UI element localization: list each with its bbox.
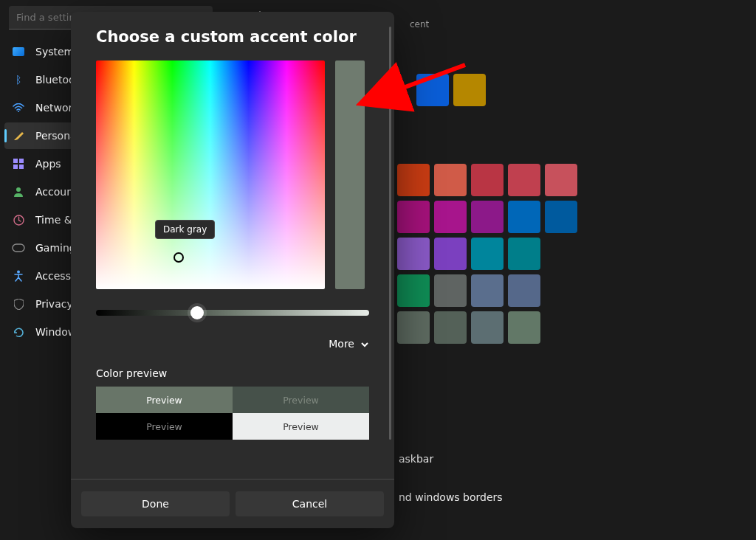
- more-label: More: [329, 338, 354, 350]
- color-swatch[interactable]: [397, 274, 430, 307]
- nav-label: System: [35, 46, 74, 58]
- preview-dark-on-accent[interactable]: Preview: [233, 387, 369, 413]
- color-swatch[interactable]: [434, 201, 467, 233]
- accent-color-grid: [397, 164, 614, 344]
- color-swatch[interactable]: [434, 238, 467, 270]
- color-preview-label: Color preview: [96, 367, 369, 379]
- color-swatch[interactable]: [471, 238, 504, 270]
- preview-accent-on-black[interactable]: Preview: [96, 413, 233, 440]
- gamepad-icon: [12, 241, 25, 255]
- preview-light-on-accent[interactable]: Preview: [96, 387, 233, 413]
- nav-label: Gaming: [35, 242, 76, 254]
- recent-colors-row: [416, 74, 738, 106]
- color-swatch[interactable]: [397, 238, 430, 270]
- color-swatch[interactable]: [397, 164, 430, 196]
- wifi-icon: [12, 101, 25, 114]
- paintbrush-icon: [12, 129, 25, 142]
- more-toggle[interactable]: More: [96, 338, 369, 350]
- svg-rect-4: [19, 165, 24, 169]
- color-picker-modal: Choose a custom accent color Dark gray M…: [71, 12, 394, 528]
- borders-row-trail: nd windows borders: [399, 491, 503, 503]
- shield-icon: [12, 297, 25, 311]
- svg-point-5: [16, 187, 21, 192]
- color-swatch[interactable]: [471, 201, 504, 233]
- color-swatch[interactable]: [471, 164, 504, 196]
- color-swatch[interactable]: [508, 201, 540, 233]
- picker-cursor[interactable]: [173, 252, 184, 263]
- modal-title: Choose a custom accent color: [96, 28, 369, 46]
- color-swatch[interactable]: [397, 201, 430, 233]
- color-swatch[interactable]: [545, 164, 577, 196]
- cancel-button[interactable]: Cancel: [236, 491, 384, 516]
- recent-swatch[interactable]: [453, 74, 486, 106]
- svg-rect-3: [13, 165, 18, 169]
- svg-point-8: [17, 271, 20, 274]
- color-swatch[interactable]: [471, 311, 504, 344]
- done-button[interactable]: Done: [81, 491, 230, 516]
- color-swatch[interactable]: [434, 311, 467, 344]
- color-swatch[interactable]: [434, 274, 467, 307]
- color-swatch[interactable]: [508, 238, 540, 270]
- recent-swatch[interactable]: [416, 74, 449, 106]
- accent-subtext: cent: [410, 19, 429, 30]
- svg-rect-1: [13, 159, 18, 163]
- color-preview-grid: Preview Preview Preview Preview: [96, 387, 369, 440]
- monitor-icon: [12, 45, 25, 58]
- color-swatch[interactable]: [397, 311, 430, 344]
- color-swatch[interactable]: [508, 274, 540, 307]
- color-swatch[interactable]: [545, 201, 577, 233]
- color-swatch[interactable]: [508, 311, 540, 344]
- apps-icon: [12, 157, 25, 170]
- current-color-strip: [335, 60, 365, 289]
- value-slider[interactable]: [96, 310, 369, 316]
- accessibility-icon: [12, 269, 25, 283]
- bluetooth-icon: ᛒ: [12, 73, 25, 86]
- nav-label: Apps: [35, 158, 61, 170]
- person-icon: [12, 185, 25, 198]
- hue-sat-picker[interactable]: Dark gray: [96, 60, 325, 289]
- update-icon: [12, 325, 25, 339]
- svg-rect-2: [19, 159, 24, 163]
- slider-thumb[interactable]: [190, 306, 204, 319]
- modal-footer: Done Cancel: [71, 479, 394, 528]
- preview-accent-on-white[interactable]: Preview: [233, 413, 369, 440]
- color-swatch[interactable]: [434, 164, 467, 196]
- chevron-down-icon: [360, 339, 369, 348]
- modal-scrollbar[interactable]: [389, 27, 391, 440]
- taskbar-row-trail: askbar: [399, 453, 433, 465]
- color-tooltip: Dark gray: [155, 220, 215, 239]
- color-swatch[interactable]: [508, 164, 540, 196]
- svg-point-0: [18, 111, 19, 112]
- globe-clock-icon: [12, 213, 25, 226]
- svg-rect-7: [13, 244, 24, 252]
- color-swatch[interactable]: [471, 274, 504, 307]
